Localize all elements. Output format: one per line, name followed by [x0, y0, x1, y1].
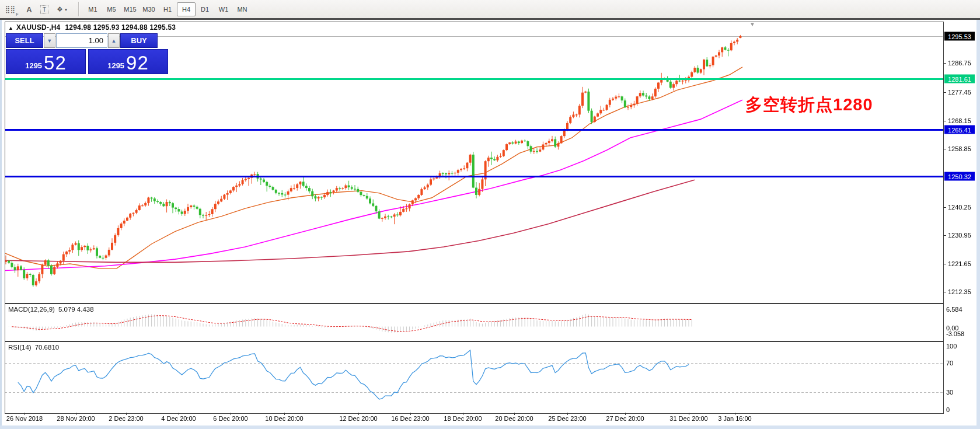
price-tick	[943, 207, 946, 208]
timeframe-m15-button[interactable]: M15	[121, 2, 139, 16]
price-tick	[943, 149, 946, 149]
time-label: 18 Dec 20:00	[444, 415, 482, 422]
letter-a-button[interactable]: A	[21, 2, 37, 17]
rsi-axis-label: 0	[946, 406, 950, 413]
price-tick-label: 1212.35	[948, 288, 971, 295]
rsi-axis-label: 70	[946, 360, 953, 367]
bid-price-big: 52	[44, 54, 67, 72]
price-tick	[943, 121, 946, 121]
timeframe-h1-button[interactable]: H1	[158, 2, 177, 16]
indicators-button[interactable]: ⣿⣿F	[4, 2, 20, 17]
scroll-marker-icon: ▼	[749, 21, 755, 27]
letter-a-icon: A	[26, 5, 32, 14]
macd-label: MACD(12,26,9)5.079 4.438	[8, 306, 94, 313]
rsi-values: 70.6810	[35, 344, 60, 351]
rsi-axis-label: 30	[946, 389, 953, 396]
timeframe-w1-button[interactable]: W1	[214, 2, 233, 16]
price-tick-label: 1268.15	[948, 117, 971, 124]
time-label: 26 Nov 2018	[6, 415, 43, 422]
ohlc-values: 1294.98 1295.93 1294.88 1295.53	[65, 23, 176, 32]
symbol-label: XAUUSD-,H4	[16, 23, 60, 32]
chart-title: ▲XAUUSD-,H41294.98 1295.93 1294.88 1295.…	[8, 23, 176, 32]
price-badge-1281.61: 1281.61	[944, 75, 975, 83]
price-badge-1265.41: 1265.41	[944, 125, 975, 134]
ask-price-small: 1295	[107, 60, 124, 72]
price-tick-label: 1258.85	[948, 145, 971, 152]
timeframe-d1-button[interactable]: D1	[196, 2, 214, 16]
price-tick	[943, 63, 946, 64]
volume-decrease-button[interactable]: ▼	[44, 33, 55, 48]
text-tool-button[interactable]: T	[36, 2, 53, 17]
shapes-button[interactable]: ❖▾	[54, 2, 70, 17]
level-line-1265.41[interactable]	[5, 129, 943, 131]
price-tick	[943, 235, 946, 236]
macd-axis-label: 6.584	[946, 306, 962, 313]
time-label: 20 Dec 20:00	[495, 415, 533, 422]
collapse-arrow-icon[interactable]: ▲	[8, 25, 13, 31]
toolbar-group-separator	[78, 2, 79, 16]
time-label: 25 Dec 23:00	[548, 415, 586, 422]
time-label: 12 Dec 20:00	[339, 415, 377, 422]
chevron-down-icon: ▾	[65, 7, 67, 12]
indicators-sub-label: F	[16, 12, 18, 16]
price-tick-label: 1230.95	[948, 232, 971, 239]
level-line-1281.61[interactable]	[5, 78, 943, 80]
time-label: 28 Nov 20:00	[57, 415, 95, 422]
rsi-axis-label: 100	[946, 343, 957, 350]
window-edge-bottom	[0, 425, 980, 429]
price-tick-label: 1221.65	[948, 260, 971, 267]
chart-annotation-text[interactable]: 多空转折点1280	[745, 93, 873, 117]
price-tick-label: 1277.45	[948, 89, 971, 96]
toolbar: ⣿⣿FAT❖▾M1M5M15M30H1H4D1W1MN	[0, 0, 980, 18]
time-label: 31 Dec 20:00	[669, 415, 707, 422]
price-tick	[943, 264, 946, 264]
volume-increase-button[interactable]: ▲	[108, 33, 120, 48]
shapes-icon: ❖	[57, 5, 63, 13]
time-label: 2 Dec 23:00	[109, 415, 143, 422]
window-edge-right	[976, 20, 980, 429]
bid-price-small: 1295	[25, 60, 42, 72]
timeframe-m30-button[interactable]: M30	[139, 2, 158, 16]
time-label: 10 Dec 20:00	[265, 415, 303, 422]
volume-input[interactable]	[56, 33, 107, 48]
time-label: 6 Dec 20:00	[213, 415, 247, 422]
level-line-1250.32[interactable]	[5, 176, 943, 177]
price-badge-1250.32: 1250.32	[944, 172, 975, 181]
ask-price-big: 92	[126, 54, 149, 72]
indicators-icon: ⣿⣿	[5, 5, 16, 13]
rsi-label: RSI(14)70.6810	[8, 344, 59, 351]
timeframe-m5-button[interactable]: M5	[102, 2, 121, 16]
price-tick	[943, 292, 946, 292]
timeframe-m1-button[interactable]: M1	[83, 2, 102, 16]
sell-button[interactable]: SELL	[6, 33, 43, 48]
time-label: 4 Dec 20:00	[161, 415, 196, 422]
window-edge-left	[0, 20, 2, 429]
price-tick	[943, 92, 946, 93]
time-label: 3 Jan 16:00	[718, 415, 752, 422]
macd-axis-label: -3.058	[946, 330, 964, 337]
price-tick-label: 1240.25	[948, 204, 971, 211]
bid-price-display: 1295 52	[6, 49, 86, 74]
macd-values: 5.079 4.438	[58, 306, 94, 313]
time-label: 16 Dec 23:00	[391, 415, 429, 422]
price-tick-label: 1286.75	[948, 60, 971, 67]
timeframe-h4-button[interactable]: H4	[177, 2, 196, 16]
time-label: 27 Dec 20:00	[606, 415, 644, 422]
timeframe-mn-button[interactable]: MN	[233, 2, 252, 16]
buy-button[interactable]: BUY	[120, 33, 158, 48]
text-tool-icon: T	[40, 5, 48, 14]
price-badge-1295.53: 1295.53	[944, 32, 975, 41]
toolbar-separator	[0, 18, 980, 20]
ask-price-display: 1295 92	[88, 49, 168, 74]
